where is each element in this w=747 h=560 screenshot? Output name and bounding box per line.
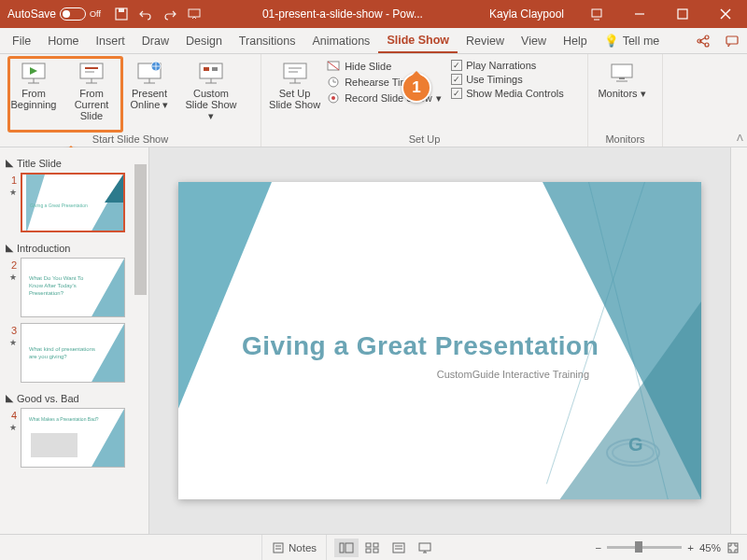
comments-icon[interactable] [725,34,740,49]
callout-1: 1 [402,73,431,103]
chevron-down-icon: ▾ [208,110,214,121]
svg-point-38 [331,96,335,100]
play-narrations-checkbox[interactable]: ✓Play Narrations [451,60,580,71]
ribbon: From Beginning From Current Slide Presen… [0,54,747,147]
svg-rect-2 [189,9,200,17]
svg-rect-53 [374,549,378,553]
slide-thumbnail-3[interactable]: What kind of presentationsare you giving… [21,323,125,383]
present-online-icon [134,60,164,86]
slide-thumbnails-panel: ◣ Title Slide 1★ Giving a Great Presenta… [0,147,149,534]
svg-rect-40 [619,77,625,79]
setup-slide-show-button[interactable]: Set Up Slide Show [269,58,320,110]
maximize-icon[interactable] [661,0,704,28]
document-title: 01-present-a-slide-show - Pow... [207,7,478,21]
svg-rect-48 [340,543,344,553]
undo-icon[interactable] [138,7,153,21]
ribbon-options-icon[interactable] [575,0,618,28]
hide-slide-button[interactable]: Hide Slide [326,60,445,73]
svg-rect-27 [284,63,306,78]
group-label: Start Slide Show [7,133,253,145]
user-name[interactable]: Kayla Claypool [478,7,575,21]
tab-animations[interactable]: Animations [304,28,379,53]
zoom-value[interactable]: 45% [699,542,721,553]
vertical-scrollbar[interactable] [730,147,747,534]
tab-draw[interactable]: Draw [134,28,177,53]
svg-rect-45 [274,543,283,553]
slide-title[interactable]: Giving a Great Presentation [242,331,599,361]
section-header[interactable]: ◣ Title Slide [4,153,145,173]
section-header[interactable]: ◣ Introduction [4,238,145,258]
slideshow-icon[interactable] [187,7,202,21]
panel-scrollbar[interactable] [133,147,148,534]
notes-icon [272,541,285,554]
tab-transitions[interactable]: Transitions [231,28,304,53]
clock-icon [326,76,341,89]
tab-view[interactable]: View [513,28,555,53]
custom-slide-show-button[interactable]: Custom Slide Show ▾ [181,58,241,122]
slideshow-view-icon[interactable] [413,539,437,557]
svg-rect-24 [212,67,218,71]
svg-rect-22 [200,63,222,78]
chevron-down-icon: ▾ [436,92,442,105]
tab-review[interactable]: Review [458,28,513,53]
quick-access-toolbar [108,7,207,21]
tab-file[interactable]: File [4,28,39,53]
slide-editor[interactable]: Giving a Great Presentation CustomGuide … [149,147,730,534]
zoom-slider[interactable] [607,546,682,549]
show-media-controls-checkbox[interactable]: ✓Show Media Controls [451,88,580,99]
section-header[interactable]: ◣ Good vs. Bad [4,388,145,408]
svg-text:G: G [628,434,643,455]
svg-rect-39 [612,64,632,77]
tab-insert[interactable]: Insert [88,28,134,53]
group-label: Monitors [596,133,655,145]
notes-button[interactable]: Notes [261,535,327,560]
tell-me[interactable]: 💡Tell me [596,28,669,53]
tab-home[interactable]: Home [39,28,87,53]
share-icon[interactable] [697,34,712,49]
autosave-toggle[interactable]: AutoSave Off [0,7,108,21]
slide-sorter-view-icon[interactable] [360,539,385,557]
reading-view-icon[interactable] [387,539,411,557]
svg-rect-57 [419,543,430,551]
tab-help[interactable]: Help [555,28,596,53]
fit-to-window-icon[interactable] [726,541,740,554]
svg-rect-52 [366,549,371,553]
svg-rect-1 [119,8,124,12]
normal-view-icon[interactable] [334,539,359,557]
zoom-in-button[interactable]: + [687,542,694,553]
collapse-ribbon-icon[interactable]: ᐱ [737,133,743,143]
hide-slide-icon [326,60,341,73]
use-timings-checkbox[interactable]: ✓Use Timings [451,74,580,85]
redo-icon[interactable] [162,7,177,21]
tab-design[interactable]: Design [177,28,231,53]
minimize-icon[interactable] [618,0,661,28]
monitors-button[interactable]: Monitors ▾ [596,58,648,100]
svg-rect-3 [592,9,601,17]
slide-thumbnail-4[interactable]: What Makes a Presentation Bad? [21,408,125,468]
custom-slide-show-icon [196,60,226,86]
slide-thumbnail-2[interactable]: What Do You Want ToKnow After Today'sPre… [21,258,125,317]
save-icon[interactable] [114,7,129,21]
present-online-button[interactable]: Present Online ▾ [123,58,176,111]
slide-logo: G [602,425,664,471]
close-icon[interactable] [704,0,747,28]
monitor-icon [607,60,637,86]
ribbon-tabs: File Home Insert Draw Design Transitions… [0,28,747,54]
slide-thumbnail-1[interactable]: Giving a Great Presentation [21,173,125,232]
svg-rect-5 [678,9,687,19]
svg-rect-23 [204,67,209,71]
from-current-slide-button[interactable]: From Current Slide [65,58,118,121]
svg-rect-54 [393,543,404,553]
svg-rect-51 [374,543,378,547]
slide-subtitle[interactable]: CustomGuide Interactive Training [437,369,589,380]
statusbar: Notes − + 45% [0,534,747,560]
record-icon [326,91,341,105]
titlebar: AutoSave Off 01-present-a-slide-show - P… [0,0,747,28]
from-beginning-button[interactable]: From Beginning [7,58,60,110]
svg-rect-13 [80,63,103,78]
current-slide[interactable]: Giving a Great Presentation CustomGuide … [178,182,701,499]
tab-slideshow[interactable]: Slide Show [378,28,458,53]
svg-rect-8 [726,36,738,44]
zoom-out-button[interactable]: − [596,542,602,553]
svg-rect-50 [366,543,371,547]
